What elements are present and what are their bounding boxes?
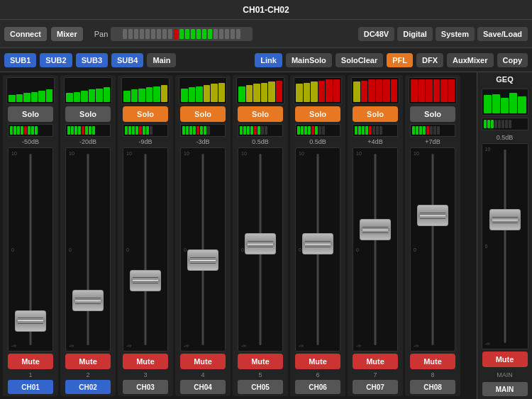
level-pip xyxy=(186,126,189,135)
fader-handle-ch7[interactable] xyxy=(360,219,391,240)
vu-bar xyxy=(326,79,333,102)
channel-name-button-ch5[interactable]: CH05 xyxy=(238,380,283,394)
connect-button[interactable]: Connect xyxy=(4,27,47,41)
fader-line-mid xyxy=(190,260,216,261)
fader-line-mid xyxy=(133,280,158,281)
vu-bar xyxy=(204,85,211,102)
fader-line-center xyxy=(492,220,518,220)
mute-button-ch4[interactable]: Mute xyxy=(180,354,226,369)
solo-button-ch3[interactable]: Solo xyxy=(123,106,168,122)
dc48v-button[interactable]: DC48V xyxy=(358,27,394,41)
level-pip xyxy=(376,126,379,135)
main-button[interactable]: Main xyxy=(147,53,176,67)
mainsolo-button[interactable]: MainSolo xyxy=(286,53,332,67)
level-pip xyxy=(13,126,16,135)
dfx-button[interactable]: DFX xyxy=(416,53,443,67)
mute-button-ch2[interactable]: Mute xyxy=(65,354,111,369)
sub3-button[interactable]: SUB3 xyxy=(76,53,108,67)
channel-name-button-ch3[interactable]: CH03 xyxy=(123,380,168,394)
vu-bar xyxy=(218,83,226,102)
fader-handle-ch8[interactable] xyxy=(417,205,448,226)
mute-button-ch5[interactable]: Mute xyxy=(238,354,283,369)
copy-button[interactable]: Copy xyxy=(497,53,528,67)
channel-name-button-ch8[interactable]: CH08 xyxy=(410,380,455,394)
window-title: CH01-CH02 xyxy=(243,5,289,15)
vu-meter-ch2 xyxy=(64,77,112,104)
channel-name-button-ch6[interactable]: CH06 xyxy=(295,380,340,394)
fader-track-ch2 xyxy=(87,154,89,345)
level-pip xyxy=(17,126,20,135)
channel-name-button-ch4[interactable]: CH04 xyxy=(180,380,226,394)
digital-button[interactable]: Digital xyxy=(397,27,433,41)
mute-button-ch8[interactable]: Mute xyxy=(410,354,455,369)
channel-name-button-ch2[interactable]: CH02 xyxy=(65,380,111,394)
fader-line-top xyxy=(362,227,388,227)
header: Connect Mixer Pan xyxy=(0,20,532,48)
vu-meter-ch1 xyxy=(6,77,55,104)
pan-bar[interactable] xyxy=(111,27,253,41)
vu-bar xyxy=(23,93,31,102)
fader-handle-ch6[interactable] xyxy=(302,233,333,254)
right-fader-handle[interactable] xyxy=(489,209,521,230)
level-pip xyxy=(355,126,358,135)
solo-button-ch8[interactable]: Solo xyxy=(410,106,455,122)
vu-meter-ch3 xyxy=(121,77,170,104)
fader-handle-ch2[interactable] xyxy=(72,290,104,311)
auxmixer-button[interactable]: AuxMixer xyxy=(447,53,494,67)
vu-bar xyxy=(81,91,88,102)
soloclear-button[interactable]: SoloClear xyxy=(336,53,383,67)
mute-button-ch1[interactable]: Mute xyxy=(8,354,53,369)
level-pip xyxy=(125,126,128,135)
vu-bar xyxy=(353,82,360,102)
system-button[interactable]: System xyxy=(436,27,475,41)
fader-line-bot xyxy=(248,247,273,247)
channel-name-button-ch1[interactable]: CH01 xyxy=(8,380,53,394)
vu-bar xyxy=(261,83,268,102)
solo-button-ch2[interactable]: Solo xyxy=(65,106,111,122)
right-main-name-button[interactable]: MAIN xyxy=(482,382,528,396)
solo-button-ch6[interactable]: Solo xyxy=(295,106,340,122)
fader-handle-ch1[interactable] xyxy=(15,310,46,332)
channel-number-ch8: 8 xyxy=(431,371,434,378)
level-pip xyxy=(247,126,250,135)
level-pip xyxy=(419,126,422,135)
channel-number-ch6: 6 xyxy=(316,371,319,378)
fader-line-mid xyxy=(18,320,43,321)
fader-line-mid xyxy=(362,230,388,230)
fader-area-ch3: 10 0 -∞ xyxy=(123,147,168,352)
level-strip-ch3 xyxy=(123,124,168,137)
right-level-strip xyxy=(482,118,528,130)
link-button[interactable]: Link xyxy=(255,53,282,67)
fader-handle-ch4[interactable] xyxy=(187,249,218,271)
solo-button-ch7[interactable]: Solo xyxy=(353,106,398,122)
right-mute-button[interactable]: Mute xyxy=(482,352,528,367)
channel-number-ch4: 4 xyxy=(201,371,204,378)
fader-line-top xyxy=(133,277,158,278)
mute-button-ch3[interactable]: Mute xyxy=(123,354,168,369)
solo-button-ch4[interactable]: Solo xyxy=(180,106,226,122)
sub-bar: SUB1 SUB2 SUB3 SUB4 Main Link MainSolo S… xyxy=(0,48,532,72)
level-value-ch4: -3dB xyxy=(196,138,209,145)
pfl-button[interactable]: PFL xyxy=(387,53,413,67)
fader-handle-ch3[interactable] xyxy=(130,270,161,291)
mute-button-ch7[interactable]: Mute xyxy=(353,354,398,369)
mixer-button[interactable]: Mixer xyxy=(51,27,83,41)
save-load-button[interactable]: Save/Load xyxy=(477,27,528,41)
level-pip xyxy=(257,126,260,135)
solo-button-ch5[interactable]: Solo xyxy=(238,106,283,122)
channel-name-button-ch7[interactable]: CH07 xyxy=(353,380,398,394)
sub1-button[interactable]: SUB1 xyxy=(4,53,36,67)
fader-line-mid xyxy=(305,244,331,245)
vu-bar xyxy=(189,87,196,102)
sub2-button[interactable]: SUB2 xyxy=(40,53,72,67)
vu-bar xyxy=(304,83,311,102)
sub4-button[interactable]: SUB4 xyxy=(111,53,143,67)
mute-button-ch6[interactable]: Mute xyxy=(295,354,340,369)
sub-bar-right: Link MainSolo SoloClear PFL DFX AuxMixer… xyxy=(255,53,528,67)
solo-button-ch1[interactable]: Solo xyxy=(8,106,53,122)
vu-bar xyxy=(391,79,398,102)
fader-area-ch2: 10 0 -∞ xyxy=(65,147,111,352)
fader-handle-ch5[interactable] xyxy=(245,233,276,254)
top-bar: CH01-CH02 xyxy=(0,0,532,20)
fader-area-ch7: 10 0 -∞ xyxy=(353,147,398,352)
